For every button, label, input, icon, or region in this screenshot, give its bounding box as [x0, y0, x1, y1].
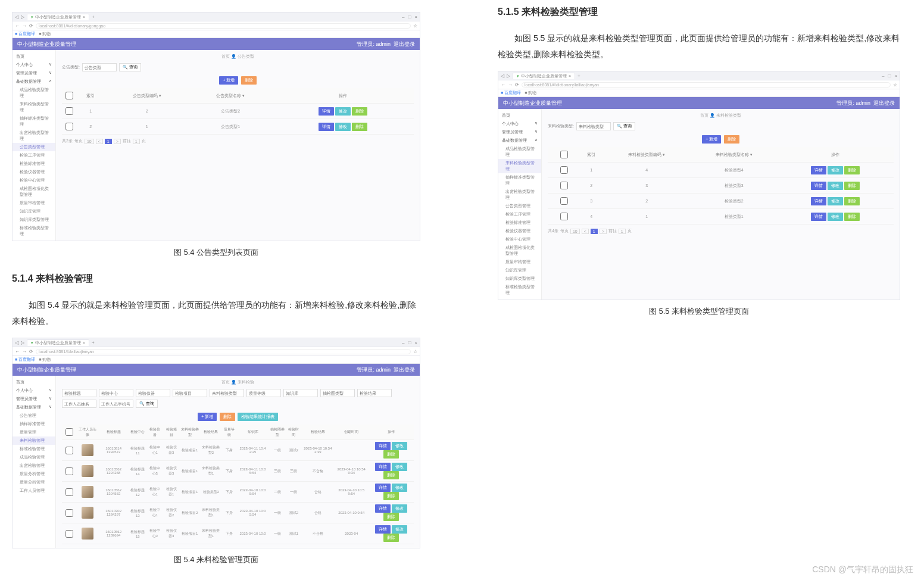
table-row: 41检验类型1详情修改删除: [548, 209, 894, 224]
sidebar-item-home[interactable]: 首页: [13, 52, 55, 61]
sidebar-sub-active[interactable]: 公告类型管理: [13, 143, 55, 151]
breadcrumb: 首页 👤 公告类型: [62, 54, 414, 60]
table-row: 12公告类型2详情修改删除: [62, 104, 414, 119]
sidebar-sub[interactable]: 标准检验类型管理: [13, 224, 55, 238]
detail-button[interactable]: 详情: [319, 107, 334, 116]
col-ops: 操作: [272, 88, 414, 104]
nav-back-icon[interactable]: ◁: [15, 14, 18, 20]
f8[interactable]: [320, 389, 355, 397]
filter-input[interactable]: [82, 63, 117, 71]
del-button[interactable]: 删除: [352, 123, 367, 131]
back-icon[interactable]: ←: [15, 23, 20, 29]
chk[interactable]: [65, 107, 73, 115]
add-button[interactable]: + 新增: [198, 413, 217, 421]
search-button[interactable]: 🔍 查询: [613, 122, 635, 130]
table-row: 16010562 1289694检验标题15检验中心3检验仪器3检验项目1来料检…: [62, 523, 414, 544]
data-table: 工作人员头像检验标题检验中心检验仪器检验项目来料检验类型检验结果质量等级知识库抽…: [62, 425, 414, 544]
search-button[interactable]: 🔍 查询: [119, 63, 141, 71]
sidebar-sub[interactable]: 抽样标准类型管理: [13, 114, 55, 129]
delete-button[interactable]: 删除: [724, 135, 739, 144]
min-icon[interactable]: –: [402, 14, 404, 20]
address-bar: ←→⟳ localhost:8081/#/dictionary/gonggao …: [13, 21, 420, 30]
url-field[interactable]: localhost:8081/#/dictionary/lailiaojiany…: [522, 82, 891, 88]
url-field[interactable]: localhost:8081/#/lailiaojianyan: [36, 349, 411, 354]
col-code: 公告类型编码 ▾: [105, 88, 189, 104]
refresh-icon[interactable]: ⟳: [29, 23, 33, 29]
sidebar-sub[interactable]: 成检图检项化类型管理: [13, 185, 55, 199]
sidebar-sub[interactable]: 来料检验类型管理: [13, 100, 55, 114]
stat-button[interactable]: 检验结果统计报表: [238, 413, 278, 421]
bookmark-item[interactable]: ■ 购物: [39, 31, 51, 37]
max-icon[interactable]: □: [408, 14, 411, 20]
edit-button[interactable]: 修改: [335, 107, 351, 116]
admin-label: 管理员: admin: [357, 41, 391, 47]
add-button[interactable]: + 新增: [702, 135, 721, 144]
delete-button[interactable]: 删除: [241, 76, 257, 85]
sidebar-sub[interactable]: 检验仪器管理: [13, 168, 55, 176]
url-field[interactable]: localhost:8081/#/dictionary/gonggao: [36, 23, 411, 29]
f9[interactable]: [357, 389, 392, 397]
page-prev[interactable]: <: [96, 139, 103, 144]
f6[interactable]: [246, 389, 281, 397]
f1[interactable]: [62, 389, 96, 397]
sidebar-sub[interactable]: 出货检验类型管理: [13, 129, 55, 143]
f2[interactable]: [99, 389, 133, 397]
para-515: 如图 5.5 显示的就是来料检验类型管理页面，此页面提供给管理员的功能有：新增来…: [498, 30, 900, 62]
sidebar: 首页 个人中心∨ 管理员管理∨ 基础数据管理∧ 成品检验类型管理 来料检验类型管…: [13, 50, 56, 241]
detail-button[interactable]: 详情: [319, 123, 334, 131]
table-row: 16010814 1334572检验标题11检验中心1检验仪器3检验项目1来料检…: [62, 440, 414, 461]
watermark: CSDN @气宇轩昂的固执狂: [812, 565, 913, 575]
table-row: 14检验类型4详情修改删除: [548, 163, 894, 178]
bookmarks-bar: ■ 百度翻译 ■ 购物: [13, 30, 420, 38]
sidebar-item-base[interactable]: 基础数据管理∧: [13, 77, 55, 86]
para-514: 如图 5.4 显示的就是来料检验管理页面，此页面提供给管理员的功能有：新增来料检…: [12, 297, 420, 329]
search-button[interactable]: 🔍 查询: [136, 400, 158, 408]
chk[interactable]: [65, 123, 73, 130]
add-button[interactable]: + 新增: [219, 76, 238, 85]
delete-button[interactable]: 删除: [220, 413, 235, 421]
heading-514: 5.1.4 来料检验管理: [12, 273, 420, 285]
sidebar-sub[interactable]: 成品检验类型管理: [13, 86, 55, 100]
chk-all[interactable]: [65, 92, 73, 99]
f4[interactable]: [173, 389, 207, 397]
main-content: 首页 👤 公告类型 公告类型: 🔍 查询 + 新增 删除 索引公告类型编码 ▾公…: [56, 50, 420, 241]
col-name: 公告类型名称 ▾: [189, 88, 272, 104]
page-next[interactable]: >: [114, 139, 121, 144]
table-row: 16010302 1284297检验标题13检验中心1检验仪器2检验项目2来料检…: [62, 503, 414, 523]
page-size[interactable]: 10: [85, 139, 94, 144]
f5[interactable]: [210, 389, 244, 397]
edit-button[interactable]: 修改: [335, 123, 351, 131]
logout-link[interactable]: 退出登录: [394, 41, 415, 47]
close-icon[interactable]: ×: [414, 14, 417, 20]
filter-input[interactable]: [576, 122, 611, 130]
sidebar-sub[interactable]: 检验工序管理: [13, 151, 55, 160]
browser-tabbar: ◁ ▷ ▾中小型制造企业质量管理 × + –□×: [13, 13, 420, 21]
sidebar-item-personal[interactable]: 个人中心∨: [13, 61, 55, 69]
filter-label: 公告类型:: [62, 64, 80, 70]
browser-tab[interactable]: ▾中小型制造企业质量管理 ×: [27, 14, 89, 20]
page-num[interactable]: 1: [105, 139, 112, 144]
sidebar-sub[interactable]: 检验中心管理: [13, 176, 55, 185]
caption-5-4b: 图 5.4 来料检验管理页面: [12, 554, 420, 565]
sidebar-sub[interactable]: 检验标准管理: [13, 160, 55, 168]
f7[interactable]: [283, 389, 318, 397]
del-button[interactable]: 删除: [352, 107, 367, 116]
sidebar-sub[interactable]: 质量审核管理: [13, 199, 55, 207]
pagination: 共4条每页10 <1> 前往1页: [548, 228, 894, 234]
f3[interactable]: [136, 389, 170, 397]
nav-fwd-icon[interactable]: ▷: [21, 14, 24, 20]
f10[interactable]: [62, 400, 96, 408]
table-row: 16010562 1294268检验标题14检验中心3检验仪器3检验项目1来料检…: [62, 461, 414, 482]
star-icon[interactable]: ☆: [413, 23, 417, 29]
caption-5-4a: 图 5.4 公告类型列表页面: [12, 247, 420, 258]
screenshot-3: ◁▷▾中小型制造企业质量管理 ×+–□× ←→⟳localhost:8081/#…: [498, 71, 900, 300]
sidebar-item-mgr[interactable]: 管理员管理∨: [13, 69, 55, 77]
pagination: 共2条每页10 <1> 前往1页: [62, 138, 414, 144]
f11[interactable]: [99, 400, 133, 408]
sidebar-sub[interactable]: 知识库类型管理: [13, 216, 55, 224]
fwd-icon[interactable]: →: [22, 23, 27, 29]
heading-515: 5.1.5 来料检验类型管理: [498, 6, 900, 18]
bookmark-item[interactable]: ■ 百度翻译: [15, 31, 35, 37]
sidebar-sub[interactable]: 知识库管理: [13, 207, 55, 216]
new-tab-icon[interactable]: +: [92, 14, 95, 20]
